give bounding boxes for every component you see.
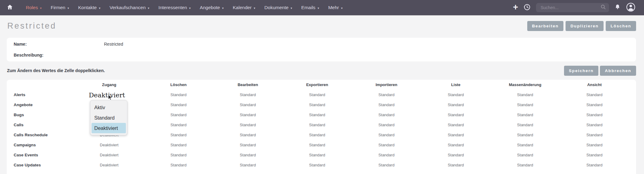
permission-cell[interactable]: Standard: [282, 153, 352, 157]
permission-cell[interactable]: Standard: [213, 123, 282, 127]
permission-cell[interactable]: Standard: [144, 103, 213, 107]
permission-cell[interactable]: Standard: [144, 113, 213, 117]
permission-cell[interactable]: Standard: [282, 143, 352, 147]
permission-cell[interactable]: Standard: [213, 113, 282, 117]
permission-cell[interactable]: Standard: [213, 163, 282, 167]
nav-item-emails[interactable]: Emails▾: [301, 5, 319, 10]
bearbeiten-button[interactable]: Bearbeiten: [527, 21, 564, 31]
home-button[interactable]: [7, 4, 13, 12]
nav-item-firmen[interactable]: Firmen▾: [51, 5, 69, 10]
table-row-campaigns: CampaignsDeaktiviertStandardStandardStan…: [14, 140, 629, 150]
dropdown-option-deaktiviert[interactable]: Deaktiviert: [92, 123, 126, 133]
permission-cell[interactable]: Standard: [421, 92, 490, 97]
nav-item-mehr[interactable]: Mehr▾: [328, 5, 342, 10]
permission-cell[interactable]: Standard: [560, 123, 629, 127]
nav-item-kontakte[interactable]: Kontakte▾: [78, 5, 100, 10]
recently-viewed-button[interactable]: [523, 3, 531, 12]
permission-cell[interactable]: Standard: [352, 153, 421, 157]
permission-cell[interactable]: Standard: [352, 163, 421, 167]
permission-cell[interactable]: Standard: [490, 133, 560, 137]
nav-item-label: Roles: [26, 5, 38, 10]
mouse-cursor-icon: [108, 94, 113, 102]
permission-cell[interactable]: Deaktiviert: [74, 163, 144, 167]
permission-cell[interactable]: Standard: [490, 143, 560, 147]
permission-cell[interactable]: Standard: [282, 123, 352, 127]
chevron-down-icon: ▾: [68, 6, 69, 10]
search-icon[interactable]: [601, 4, 606, 11]
permission-cell[interactable]: Standard: [490, 123, 560, 127]
nav-item-kalender[interactable]: Kalender▾: [233, 5, 255, 10]
permission-cell[interactable]: Standard: [352, 143, 421, 147]
permission-cell[interactable]: Standard: [560, 133, 629, 137]
permission-cell[interactable]: Standard: [421, 143, 490, 147]
permission-cell[interactable]: Standard: [144, 123, 213, 127]
permission-cell[interactable]: Standard: [560, 92, 629, 97]
permission-cell[interactable]: Deaktiviert: [74, 153, 144, 157]
search-input[interactable]: [540, 5, 601, 10]
chevron-down-icon: ▾: [222, 6, 223, 10]
nav-item-label: Dokumente: [265, 5, 289, 10]
permission-cell[interactable]: Standard: [352, 123, 421, 127]
permission-cell[interactable]: Standard: [560, 113, 629, 117]
bell-icon: [614, 4, 621, 12]
permission-cell[interactable]: Standard: [421, 133, 490, 137]
top-navbar: Roles▾Firmen▾Kontakte▾Verkaufschancen▾In…: [0, 0, 644, 15]
permission-cell[interactable]: Standard: [421, 113, 490, 117]
permission-cell[interactable]: Standard: [560, 153, 629, 157]
permission-cell[interactable]: Standard: [560, 143, 629, 147]
permission-cell[interactable]: Deaktiviert: [74, 143, 144, 147]
chevron-down-icon: ▾: [99, 6, 100, 10]
dropdown-option-aktiv[interactable]: Aktiv: [90, 102, 127, 113]
permission-cell[interactable]: Standard: [560, 163, 629, 167]
title-bar: Restricted BearbeitenDuplizierenLöschen: [0, 15, 644, 35]
permission-cell[interactable]: Standard: [421, 163, 490, 167]
save-button[interactable]: Speichern: [564, 66, 598, 76]
profile-button[interactable]: [626, 2, 635, 13]
cancel-button[interactable]: Abbrechen: [600, 66, 636, 76]
permission-cell[interactable]: Standard: [144, 133, 213, 137]
module-name-cell: Calls: [14, 123, 74, 127]
löschen-button[interactable]: Löschen: [606, 21, 636, 31]
page-title: Restricted: [7, 21, 57, 31]
nav-item-roles[interactable]: Roles▾: [26, 5, 42, 10]
permission-cell[interactable]: Standard: [490, 92, 560, 97]
permission-cell[interactable]: Standard: [282, 103, 352, 107]
quick-create-button[interactable]: +: [513, 3, 518, 13]
permission-cell[interactable]: Standard: [421, 153, 490, 157]
edit-hint-row: Zum Ändern des Wertes die Zelle doppelkl…: [0, 61, 644, 80]
permission-cell[interactable]: Standard: [490, 163, 560, 167]
notifications-button[interactable]: [614, 4, 621, 12]
permission-cell[interactable]: Standard: [282, 163, 352, 167]
duplizieren-button[interactable]: Duplizieren: [566, 21, 604, 31]
permission-cell[interactable]: Standard: [213, 153, 282, 157]
permission-cell[interactable]: Standard: [213, 103, 282, 107]
permission-cell[interactable]: Standard: [282, 113, 352, 117]
nav-item-interessenten[interactable]: Interessenten▾: [158, 5, 191, 10]
permission-cell[interactable]: Standard: [560, 103, 629, 107]
column-header-importieren: Importieren: [352, 82, 421, 87]
nav-item-verkaufschancen[interactable]: Verkaufschancen▾: [109, 5, 149, 10]
permission-cell[interactable]: Standard: [144, 143, 213, 147]
inline-edit-value[interactable]: Deaktiviert: [89, 92, 125, 99]
user-avatar-icon: [626, 2, 635, 13]
permission-cell[interactable]: Standard: [282, 133, 352, 137]
permission-cell[interactable]: Standard: [421, 103, 490, 107]
permission-cell[interactable]: Standard: [352, 133, 421, 137]
permission-cell[interactable]: Standard: [352, 103, 421, 107]
permission-cell[interactable]: Standard: [352, 92, 421, 97]
permission-cell[interactable]: Standard: [490, 153, 560, 157]
nav-item-angebote[interactable]: Angebote▾: [200, 5, 223, 10]
permission-cell[interactable]: Standard: [352, 113, 421, 117]
dropdown-option-standard[interactable]: Standard: [90, 113, 127, 123]
nav-item-dokumente[interactable]: Dokumente▾: [265, 5, 292, 10]
permission-cell[interactable]: Standard: [213, 133, 282, 137]
permission-cell[interactable]: Standard: [490, 113, 560, 117]
permission-cell[interactable]: Standard: [421, 123, 490, 127]
permission-cell[interactable]: Standard: [282, 92, 352, 97]
permission-cell[interactable]: Standard: [213, 92, 282, 97]
permission-cell[interactable]: Standard: [213, 143, 282, 147]
permission-cell[interactable]: Standard: [490, 103, 560, 107]
permission-cell[interactable]: Standard: [144, 92, 213, 97]
permission-cell[interactable]: Standard: [144, 163, 213, 167]
permission-cell[interactable]: Standard: [144, 153, 213, 157]
